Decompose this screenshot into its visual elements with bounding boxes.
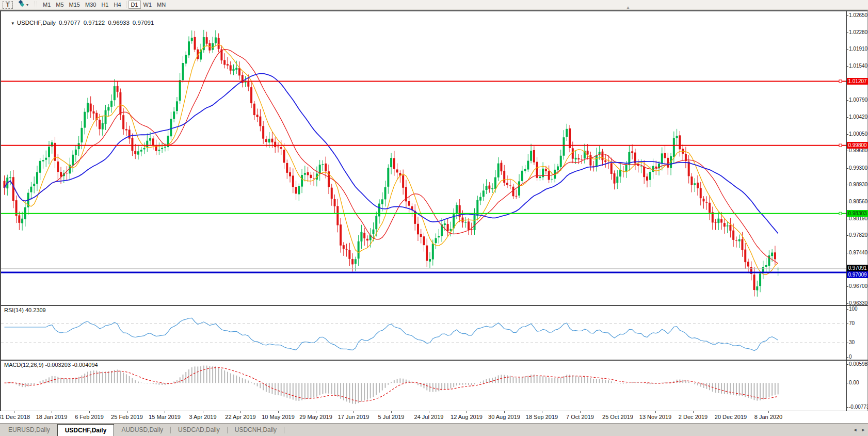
text-tool-button[interactable]: T xyxy=(3,1,13,9)
price-tick-mark xyxy=(846,202,848,202)
date-tick-label: 8 Jan 2020 xyxy=(747,414,790,420)
date-tick-mark xyxy=(52,411,52,413)
chart-tabs: EURUSD,DailyUSDCHF,DailyAUDUSD,DailyUSDC… xyxy=(1,424,284,436)
price-tick-label: 1.01540 xyxy=(849,63,868,69)
rsi-tick-mark xyxy=(846,309,848,310)
price-line-label-bid-line: 0.97009 xyxy=(847,271,868,278)
tab-usdcad[interactable]: USDCAD,Daily xyxy=(171,424,227,436)
rsi-tick-mark xyxy=(846,357,848,358)
rsi-tick-label: 70 xyxy=(849,320,868,326)
price-line-label-resistance: 0.99800 xyxy=(847,142,868,149)
toolbar-grip[interactable] xyxy=(35,2,37,8)
timeframe-button-m15[interactable]: M15 xyxy=(67,1,83,9)
mt4-terminal: T ▾ M1M5M15M30H1H4D1W1MN ▲ ▼USDCHF,Daily… xyxy=(0,0,868,436)
date-tick-label: 13 Nov 2019 xyxy=(634,414,677,420)
tab-usdchf[interactable]: USDCHF,Daily xyxy=(57,424,115,436)
macd-tick-mark xyxy=(846,407,848,408)
timeframe-button-mn[interactable]: MN xyxy=(154,1,168,9)
tab-eurusd[interactable]: EURUSD,Daily xyxy=(1,424,57,436)
macd-tick-label: 0.00 xyxy=(849,380,868,385)
timeframe-button-m30[interactable]: M30 xyxy=(83,1,99,9)
chart-tab-bar: EURUSD,DailyUSDCHF,DailyAUDUSD,DailyUSDC… xyxy=(0,423,868,436)
tab-usdcnh[interactable]: USDCNH,Daily xyxy=(228,424,284,436)
rsi-tick-mark xyxy=(846,324,848,324)
price-tick-mark xyxy=(846,100,848,101)
tab-audusd[interactable]: AUDUSD,Daily xyxy=(114,424,170,436)
price-tick-mark xyxy=(846,151,848,151)
price-tick-mark xyxy=(846,66,848,67)
date-tick-mark xyxy=(316,411,316,413)
date-tick-label: 5 Jul 2019 xyxy=(369,414,413,420)
main-price-chart[interactable] xyxy=(1,11,846,305)
date-tick-mark xyxy=(542,411,542,413)
price-tick-mark xyxy=(846,303,848,304)
macd-tick-label: 0.005986 xyxy=(849,361,868,367)
timeframe-button-m1[interactable]: M1 xyxy=(40,1,53,9)
draw-styles-button[interactable]: ▾ xyxy=(17,1,28,9)
macd-tick-mark xyxy=(846,364,848,365)
chart-title[interactable]: ▼USDCHF,Daily0.970770.971220.969330.9709… xyxy=(4,13,154,32)
date-tick-label: 25 Oct 2019 xyxy=(596,414,639,420)
price-tick-label: 0.99300 xyxy=(849,165,868,171)
date-tick-mark xyxy=(89,411,90,413)
date-tick-label: 2 Dec 2019 xyxy=(671,414,715,420)
date-tick-label: 30 Aug 2019 xyxy=(483,414,526,420)
macd-indicator-chart[interactable] xyxy=(1,361,846,411)
price-high: 0.97122 xyxy=(84,20,105,26)
date-tick-label: 10 May 2019 xyxy=(256,414,300,420)
price-line-label-last-price: 0.97091 xyxy=(847,265,868,271)
date-tick-label: 15 Mar 2019 xyxy=(143,414,186,420)
date-tick-mark xyxy=(127,411,127,413)
date-tick-label: 18 Jan 2019 xyxy=(30,414,73,420)
timeframe-group: M1M5M15M30H1H4D1W1MN xyxy=(40,1,168,9)
price-tick-mark xyxy=(846,253,848,253)
timeframe-button-w1[interactable]: W1 xyxy=(141,1,155,9)
rsi-tick-label: 100 xyxy=(849,306,868,312)
date-tick-mark xyxy=(768,411,769,413)
price-tick-mark xyxy=(846,168,848,169)
tab-scroll-right-button[interactable]: ► xyxy=(860,426,867,433)
date-tick-mark xyxy=(203,411,203,413)
date-tick-mark xyxy=(429,411,429,413)
date-tick-mark xyxy=(391,411,392,413)
price-line-label-resistance: 1.01207 xyxy=(847,78,868,85)
chevron-down-icon: ▾ xyxy=(26,3,28,7)
date-tick-label: 29 May 2019 xyxy=(294,414,337,420)
price-line-label-support: 0.98303 xyxy=(847,210,868,217)
date-tick-mark xyxy=(580,411,581,413)
price-tick-label: 1.02650 xyxy=(849,12,868,18)
price-tick-mark xyxy=(846,235,848,236)
timeframe-button-d1[interactable]: D1 xyxy=(128,1,141,9)
timeframe-button-h4[interactable]: H4 xyxy=(111,1,123,9)
rsi-tick-label: 30 xyxy=(849,340,868,345)
date-tick-mark xyxy=(14,411,14,413)
date-tick-mark xyxy=(240,411,241,413)
price-tick-label: 1.01910 xyxy=(849,46,868,52)
price-open: 0.97077 xyxy=(59,20,81,26)
date-tick-mark xyxy=(467,411,467,413)
price-tick-label: 1.00050 xyxy=(849,131,868,137)
toolbar: T ▾ M1M5M15M30H1H4D1W1MN ▲ xyxy=(0,0,868,10)
date-tick-mark xyxy=(165,411,165,413)
price-close: 0.97091 xyxy=(133,20,154,26)
date-tick-label: 12 Aug 2019 xyxy=(445,414,488,420)
date-tick-mark xyxy=(504,411,505,413)
price-tick-label: 1.00420 xyxy=(849,114,868,120)
price-tick-mark xyxy=(846,286,848,287)
price-tick-mark xyxy=(846,15,848,16)
chart-symbol-period: USDCHF,Daily xyxy=(17,20,56,26)
toolbar-separator xyxy=(126,1,126,8)
date-tick-label: 6 Feb 2019 xyxy=(68,414,111,420)
time-axis[interactable]: 31 Dec 201818 Jan 20196 Feb 201925 Feb 2… xyxy=(0,411,868,423)
timeframe-button-m5[interactable]: M5 xyxy=(53,1,66,9)
macd-tick-label: -0.007731 xyxy=(849,404,868,410)
tab-separator xyxy=(284,427,284,433)
rsi-indicator-chart[interactable] xyxy=(1,306,846,360)
date-tick-mark xyxy=(618,411,618,413)
date-tick-label: 24 Jul 2019 xyxy=(407,414,451,420)
rsi-label: RSI(14) 40.2309 xyxy=(4,307,46,313)
timeframe-button-h1[interactable]: H1 xyxy=(99,1,111,9)
rsi-tick-mark xyxy=(846,343,848,343)
price-tick-mark xyxy=(846,117,848,118)
tab-scroll-left-button[interactable]: ◄ xyxy=(851,426,859,433)
